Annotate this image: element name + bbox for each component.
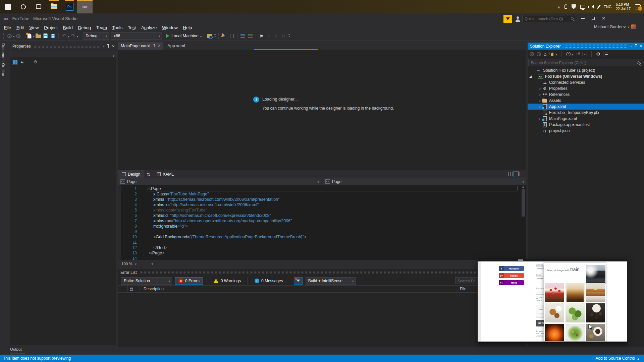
task-view-button[interactable] (31, 0, 46, 13)
navigate-forward-button[interactable] (15, 32, 22, 40)
next-bookmark-button[interactable] (273, 32, 279, 40)
open-file-button[interactable] (35, 32, 42, 40)
captcha-tile-fruit-basket[interactable] (545, 324, 564, 341)
tree-item-solution-foxtube-1-project[interactable]: Solution 'FoxTube' (1 project) (528, 67, 644, 73)
toolbar-overflow-icon[interactable]: ▾ (288, 34, 290, 38)
outdent-button[interactable] (247, 32, 254, 40)
toggle-bookmark-button[interactable] (258, 32, 265, 40)
menu-item-help[interactable]: Help (180, 24, 195, 31)
captcha-tile-strawberry-cake[interactable] (545, 283, 564, 302)
toolbar-grip[interactable] (3, 33, 4, 39)
chevron-down-icon[interactable] (555, 51, 557, 57)
language-indicator[interactable]: ENG (603, 5, 611, 9)
pin-icon[interactable] (107, 44, 110, 49)
recaptcha-checkbox[interactable] (539, 309, 543, 313)
menu-item-file[interactable]: File (1, 24, 14, 31)
action-center-icon[interactable]: 1 (635, 4, 641, 9)
tree-item-assets[interactable]: ▷Assets (528, 98, 644, 104)
expander-icon[interactable]: ▷ (538, 93, 542, 96)
tree-item-connected-services[interactable]: Connected Services (528, 79, 644, 85)
build-intellisense-dropdown[interactable]: Build + IntelliSense (306, 277, 356, 285)
menu-item-view[interactable]: View (26, 24, 41, 31)
terms-link[interactable]: IGN User (536, 333, 544, 335)
undo-button[interactable] (61, 32, 67, 40)
code-line-10[interactable]: 10 <Grid Background="{ThemeResource Appl… (118, 234, 526, 240)
solution-explorer-search-input[interactable] (529, 59, 637, 66)
menu-item-build[interactable]: Build (60, 24, 75, 31)
tree-item-foxtube-universal-windows[interactable]: ◢FoxTube (Universal Windows) (528, 73, 644, 79)
cortana-button[interactable] (15, 0, 31, 13)
file-column-header[interactable]: File (460, 287, 466, 291)
code-line-1[interactable]: 1<Page (118, 186, 526, 191)
platform-dropdown[interactable]: x86 (111, 32, 162, 40)
menu-item-project[interactable]: Project (41, 24, 60, 31)
add-to-source-control[interactable]: Add to Source Control (591, 356, 644, 361)
photoshop-button[interactable]: Ps (62, 0, 77, 13)
forward-icon[interactable] (537, 52, 541, 56)
close-tab-icon[interactable] (158, 44, 160, 48)
pen-icon[interactable] (597, 5, 601, 9)
close-icon[interactable] (640, 45, 642, 48)
window-position-icon[interactable] (631, 45, 632, 48)
close-icon[interactable] (112, 45, 115, 48)
menu-item-test[interactable]: Test (125, 24, 139, 31)
captcha-tile-caramel-dessert[interactable] (566, 283, 585, 302)
tree-item-properties[interactable]: ▷Properties (528, 85, 644, 92)
configuration-dropdown[interactable]: Debug (83, 32, 109, 40)
description-column-header[interactable]: Description (144, 287, 164, 291)
back-icon[interactable] (530, 52, 534, 56)
captcha-tile-coffee-beans[interactable] (586, 303, 605, 322)
close-button[interactable] (598, 13, 609, 23)
tree-item-references[interactable]: ▷References (528, 92, 644, 98)
vertical-split-icon[interactable] (508, 172, 513, 176)
select-element-button[interactable] (221, 32, 228, 40)
warnings-filter-button[interactable]: 0 Warnings (211, 277, 244, 285)
code-line-2[interactable]: 2 x:Class="FoxTube.MainPage" (118, 191, 526, 197)
navigate-back-button[interactable] (6, 32, 13, 40)
visual-studio-taskbar-button[interactable] (77, 0, 93, 13)
google-login-button[interactable]: g+Google (499, 273, 524, 278)
captcha-tile-pancakes[interactable] (586, 283, 605, 302)
horizontal-split-icon[interactable] (514, 172, 519, 176)
tree-item-app-xaml[interactable]: ▷App.xaml (528, 104, 644, 110)
tab-mainpage-xaml[interactable]: MainPage.xaml (118, 42, 163, 50)
clock[interactable]: 5:16 PM 22-Jul-17 (616, 2, 631, 11)
feedback-flag-button[interactable] (503, 15, 512, 23)
clear-bookmarks-button[interactable] (280, 32, 287, 40)
home-icon[interactable] (544, 51, 546, 57)
output-tool-tab[interactable]: Output (10, 347, 25, 354)
captcha-tile-breakfast-plate[interactable] (545, 303, 564, 322)
facebook-login-button[interactable]: fFacebook (499, 266, 524, 271)
code-editor[interactable]: 1<Page2 x:Class="FoxTube.MainPage"3 xmln… (118, 185, 526, 260)
age-checkbox[interactable] (536, 297, 538, 299)
expander-icon[interactable]: ◢ (528, 75, 533, 78)
tree-item-project-json[interactable]: project.json (528, 128, 644, 134)
drag-texture[interactable] (563, 45, 628, 48)
filter-button[interactable] (294, 277, 303, 285)
toolbar-grip[interactable] (218, 33, 219, 39)
tray-expand-icon[interactable] (558, 4, 560, 10)
expander-icon[interactable]: ▷ (538, 105, 542, 108)
pin-icon[interactable] (634, 44, 638, 48)
captcha-tile-salad-bowl[interactable] (566, 324, 585, 341)
property-pages-icon[interactable] (34, 59, 38, 65)
window-position-icon[interactable] (103, 45, 105, 48)
tree-item-package-appxmanifest[interactable]: Package.appxmanifest (528, 122, 644, 128)
sync-icon[interactable] (576, 51, 580, 57)
code-line-4[interactable]: 4 xmlns:x="http://schemas.microsoft.com/… (118, 202, 526, 207)
menu-item-analyze[interactable]: Analyze (139, 24, 159, 31)
toolbar-overflow-icon[interactable]: ▾ (214, 34, 216, 38)
code-line-13[interactable]: 13</Page> (118, 250, 526, 256)
messages-filter-button[interactable]: 0 Messages (252, 277, 286, 285)
save-button[interactable] (42, 32, 49, 40)
feedback-person-icon[interactable] (515, 16, 521, 22)
code-line-11[interactable]: 11 (118, 240, 526, 245)
user-account[interactable]: Michael Gordeev (594, 24, 636, 29)
copy-markup-button[interactable] (228, 32, 235, 40)
xaml-tab[interactable]: XAML (153, 170, 177, 178)
indent-button[interactable] (239, 32, 246, 40)
breadcrumb-right[interactable]: Page (323, 178, 526, 185)
splitter-grip-icon[interactable] (521, 185, 525, 189)
menu-item-edit[interactable]: Edit (14, 24, 26, 31)
zoom-dropdown[interactable]: 100 % (119, 261, 145, 267)
